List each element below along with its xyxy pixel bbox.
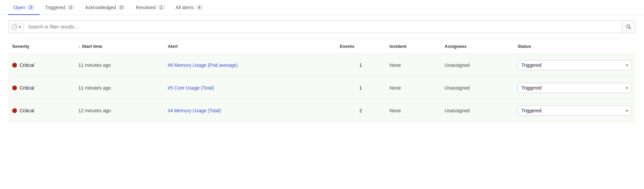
incident-cell-1: None bbox=[385, 77, 440, 99]
severity-cell-0: Critical bbox=[8, 54, 74, 77]
search-bar-container: 🕓 ▾ bbox=[0, 15, 644, 39]
tab-label-resolved: Resolved bbox=[136, 5, 156, 10]
severity-label-1: Critical bbox=[20, 85, 34, 91]
sort-arrow-icon: ↓ bbox=[78, 44, 81, 49]
severity-label-2: Critical bbox=[20, 108, 34, 113]
tab-label-open: Open bbox=[14, 5, 25, 10]
tab-acknowledged[interactable]: Acknowledged0 bbox=[80, 0, 130, 15]
tabs-bar: Open3Triggered3Acknowledged0Resolved1All… bbox=[0, 0, 644, 15]
events-cell-0: 1 bbox=[336, 54, 386, 77]
column-header-start-time[interactable]: ↓Start time bbox=[74, 39, 163, 54]
column-header-incident: Incident bbox=[385, 39, 440, 54]
events-cell-2: 2 bbox=[336, 99, 386, 122]
column-header-severity: Severity bbox=[8, 39, 74, 54]
search-icon bbox=[626, 24, 631, 30]
alert-cell-2[interactable]: #4 Memory Usage (Total) bbox=[164, 99, 336, 122]
tab-label-acknowledged: Acknowledged bbox=[85, 5, 116, 10]
table-header-row: Severity ↓Start time Alert Events Incide… bbox=[8, 39, 636, 54]
status-value-1: Triggered bbox=[521, 85, 541, 91]
tab-badge-open: 3 bbox=[27, 5, 34, 10]
severity-dot-1 bbox=[12, 86, 17, 90]
table-row: Critical 11 minutes ago #5 Core Usage (T… bbox=[8, 77, 636, 99]
alert-cell-0[interactable]: #6 Memory Usage (Pod average) bbox=[164, 54, 336, 77]
tab-badge-acknowledged: 0 bbox=[118, 5, 125, 10]
alerts-table: Severity ↓Start time Alert Events Incide… bbox=[8, 39, 636, 122]
status-cell-2: Triggered ▾ bbox=[514, 99, 636, 122]
status-cell-1: Triggered ▾ bbox=[514, 77, 636, 99]
tab-resolved[interactable]: Resolved1 bbox=[130, 0, 170, 15]
incident-cell-0: None bbox=[385, 54, 440, 77]
severity-dot-2 bbox=[12, 108, 17, 113]
chevron-down-icon: ▾ bbox=[626, 109, 628, 113]
chevron-down-icon: ▾ bbox=[626, 63, 628, 68]
search-button[interactable] bbox=[622, 21, 636, 33]
search-input[interactable] bbox=[24, 21, 622, 33]
start-time-cell-2: 12 minutes ago bbox=[74, 99, 163, 122]
search-bar: 🕓 ▾ bbox=[8, 20, 636, 33]
status-dropdown-0[interactable]: Triggered ▾ bbox=[518, 60, 632, 70]
assignees-cell-2: Unassigned bbox=[441, 99, 514, 122]
events-cell-1: 1 bbox=[336, 77, 386, 99]
table-row: Critical 11 minutes ago #6 Memory Usage … bbox=[8, 54, 636, 77]
column-header-status: Status bbox=[514, 39, 636, 54]
severity-cell-1: Critical bbox=[8, 77, 74, 99]
severity-label-0: Critical bbox=[20, 62, 34, 68]
column-header-alert: Alert bbox=[164, 39, 336, 54]
start-time-cell-0: 11 minutes ago bbox=[74, 54, 163, 77]
tab-open[interactable]: Open3 bbox=[8, 0, 40, 15]
table-row: Critical 12 minutes ago #4 Memory Usage … bbox=[8, 99, 636, 122]
incident-cell-2: None bbox=[385, 99, 440, 122]
tab-triggered[interactable]: Triggered3 bbox=[40, 0, 80, 15]
status-cell-0: Triggered ▾ bbox=[514, 54, 636, 77]
status-dropdown-2[interactable]: Triggered ▾ bbox=[518, 106, 632, 116]
column-header-assignees: Assignees bbox=[441, 39, 514, 54]
assignees-cell-0: Unassigned bbox=[441, 54, 514, 77]
tab-badge-all-alerts: 4 bbox=[196, 5, 203, 10]
alerts-table-container: Severity ↓Start time Alert Events Incide… bbox=[0, 39, 644, 122]
chevron-down-icon: ▾ bbox=[19, 25, 21, 29]
status-dropdown-1[interactable]: Triggered ▾ bbox=[518, 83, 632, 93]
column-header-events: Events bbox=[336, 39, 386, 54]
history-icon: 🕓 bbox=[11, 24, 18, 30]
tab-label-triggered: Triggered bbox=[45, 5, 65, 10]
alert-cell-1[interactable]: #5 Core Usage (Total) bbox=[164, 77, 336, 99]
tab-all-alerts[interactable]: All alerts4 bbox=[170, 0, 208, 15]
tab-label-all-alerts: All alerts bbox=[176, 5, 194, 10]
history-filter-button[interactable]: 🕓 ▾ bbox=[8, 21, 24, 33]
tab-badge-triggered: 3 bbox=[67, 5, 74, 10]
tab-badge-resolved: 1 bbox=[158, 5, 165, 10]
svg-line-1 bbox=[629, 27, 631, 29]
severity-cell-2: Critical bbox=[8, 99, 74, 122]
status-value-2: Triggered bbox=[521, 108, 541, 113]
start-time-cell-1: 11 minutes ago bbox=[74, 77, 163, 99]
chevron-down-icon: ▾ bbox=[626, 86, 628, 90]
assignees-cell-1: Unassigned bbox=[441, 77, 514, 99]
status-value-0: Triggered bbox=[521, 62, 541, 68]
severity-dot-0 bbox=[12, 63, 17, 68]
